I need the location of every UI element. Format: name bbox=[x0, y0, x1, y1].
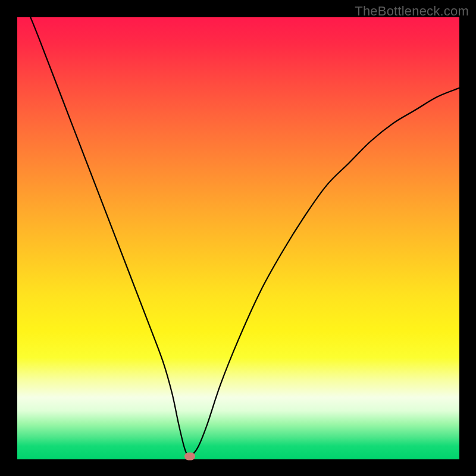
bottleneck-curve bbox=[30, 17, 459, 456]
watermark-text: TheBottleneck.com bbox=[355, 4, 469, 19]
curve-layer bbox=[17, 17, 459, 459]
optimal-point-marker bbox=[184, 452, 195, 460]
chart-stage: TheBottleneck.com bbox=[0, 0, 476, 476]
plot-area bbox=[17, 17, 459, 459]
